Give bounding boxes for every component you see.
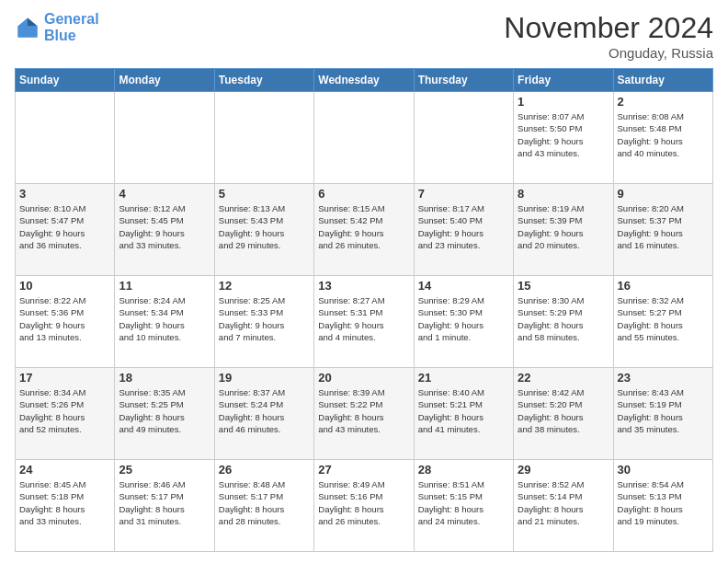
table-row: 11Sunrise: 8:24 AM Sunset: 5:34 PM Dayli…: [115, 276, 214, 368]
day-info: Sunrise: 8:30 AM Sunset: 5:29 PM Dayligh…: [518, 294, 609, 343]
week-row-1: 1Sunrise: 8:07 AM Sunset: 5:50 PM Daylig…: [16, 92, 713, 184]
table-row: 14Sunrise: 8:29 AM Sunset: 5:30 PM Dayli…: [414, 276, 513, 368]
day-number: 6: [318, 187, 409, 201]
table-row: 23Sunrise: 8:43 AM Sunset: 5:19 PM Dayli…: [613, 368, 712, 460]
table-row: [414, 92, 513, 184]
table-row: 27Sunrise: 8:49 AM Sunset: 5:16 PM Dayli…: [314, 460, 414, 552]
day-number: 14: [418, 279, 509, 293]
day-number: 27: [318, 463, 409, 477]
day-info: Sunrise: 8:19 AM Sunset: 5:39 PM Dayligh…: [518, 202, 609, 251]
logo-text: General Blue: [44, 11, 99, 43]
day-info: Sunrise: 8:10 AM Sunset: 5:47 PM Dayligh…: [19, 202, 110, 251]
day-number: 8: [518, 187, 609, 201]
table-row: [314, 92, 414, 184]
title-area: November 2024 Onguday, Russia: [504, 11, 713, 61]
table-row: 24Sunrise: 8:45 AM Sunset: 5:18 PM Dayli…: [16, 460, 115, 552]
table-row: 4Sunrise: 8:12 AM Sunset: 5:45 PM Daylig…: [115, 184, 214, 276]
table-row: 30Sunrise: 8:54 AM Sunset: 5:13 PM Dayli…: [613, 460, 712, 552]
day-info: Sunrise: 8:43 AM Sunset: 5:19 PM Dayligh…: [618, 386, 709, 435]
table-row: [16, 92, 115, 184]
day-number: 2: [618, 95, 709, 109]
day-info: Sunrise: 8:52 AM Sunset: 5:14 PM Dayligh…: [518, 478, 609, 527]
day-number: 13: [318, 279, 409, 293]
table-row: [214, 92, 313, 184]
table-row: 6Sunrise: 8:15 AM Sunset: 5:42 PM Daylig…: [314, 184, 414, 276]
day-number: 28: [418, 463, 509, 477]
day-number: 22: [518, 371, 609, 385]
table-row: 20Sunrise: 8:39 AM Sunset: 5:22 PM Dayli…: [314, 368, 414, 460]
col-wednesday: Wednesday: [314, 69, 414, 92]
day-number: 9: [618, 187, 709, 201]
table-row: 21Sunrise: 8:40 AM Sunset: 5:21 PM Dayli…: [414, 368, 513, 460]
table-row: 2Sunrise: 8:08 AM Sunset: 5:48 PM Daylig…: [613, 92, 712, 184]
day-info: Sunrise: 8:46 AM Sunset: 5:17 PM Dayligh…: [119, 478, 210, 527]
month-title: November 2024: [504, 11, 713, 45]
col-friday: Friday: [514, 69, 613, 92]
day-info: Sunrise: 8:35 AM Sunset: 5:25 PM Dayligh…: [119, 386, 210, 435]
day-number: 26: [219, 463, 310, 477]
table-row: 28Sunrise: 8:51 AM Sunset: 5:15 PM Dayli…: [414, 460, 513, 552]
day-info: Sunrise: 8:07 AM Sunset: 5:50 PM Dayligh…: [518, 110, 609, 159]
day-info: Sunrise: 8:32 AM Sunset: 5:27 PM Dayligh…: [618, 294, 709, 343]
day-number: 1: [518, 95, 609, 109]
day-info: Sunrise: 8:42 AM Sunset: 5:20 PM Dayligh…: [518, 386, 609, 435]
day-number: 29: [518, 463, 609, 477]
col-tuesday: Tuesday: [214, 69, 313, 92]
table-row: 15Sunrise: 8:30 AM Sunset: 5:29 PM Dayli…: [514, 276, 613, 368]
day-info: Sunrise: 8:22 AM Sunset: 5:36 PM Dayligh…: [19, 294, 110, 343]
day-info: Sunrise: 8:08 AM Sunset: 5:48 PM Dayligh…: [618, 110, 709, 159]
day-info: Sunrise: 8:48 AM Sunset: 5:17 PM Dayligh…: [219, 478, 310, 527]
table-row: [115, 92, 214, 184]
day-info: Sunrise: 8:40 AM Sunset: 5:21 PM Dayligh…: [418, 386, 509, 435]
table-row: 13Sunrise: 8:27 AM Sunset: 5:31 PM Dayli…: [314, 276, 414, 368]
calendar-header-row: Sunday Monday Tuesday Wednesday Thursday…: [16, 69, 713, 92]
day-info: Sunrise: 8:15 AM Sunset: 5:42 PM Dayligh…: [318, 202, 409, 251]
week-row-4: 17Sunrise: 8:34 AM Sunset: 5:26 PM Dayli…: [16, 368, 713, 460]
table-row: 8Sunrise: 8:19 AM Sunset: 5:39 PM Daylig…: [514, 184, 613, 276]
day-number: 19: [219, 371, 310, 385]
logo: General Blue: [15, 11, 99, 43]
svg-rect-2: [18, 26, 38, 37]
day-number: 16: [618, 279, 709, 293]
day-info: Sunrise: 8:12 AM Sunset: 5:45 PM Dayligh…: [119, 202, 210, 251]
col-saturday: Saturday: [613, 69, 712, 92]
logo-icon: [15, 15, 40, 40]
week-row-5: 24Sunrise: 8:45 AM Sunset: 5:18 PM Dayli…: [16, 460, 713, 552]
table-row: 29Sunrise: 8:52 AM Sunset: 5:14 PM Dayli…: [514, 460, 613, 552]
day-number: 15: [518, 279, 609, 293]
table-row: 18Sunrise: 8:35 AM Sunset: 5:25 PM Dayli…: [115, 368, 214, 460]
day-number: 23: [618, 371, 709, 385]
table-row: 25Sunrise: 8:46 AM Sunset: 5:17 PM Dayli…: [115, 460, 214, 552]
day-number: 20: [318, 371, 409, 385]
table-row: 7Sunrise: 8:17 AM Sunset: 5:40 PM Daylig…: [414, 184, 513, 276]
logo-line2: Blue: [44, 28, 76, 43]
table-row: 26Sunrise: 8:48 AM Sunset: 5:17 PM Dayli…: [214, 460, 313, 552]
day-info: Sunrise: 8:54 AM Sunset: 5:13 PM Dayligh…: [618, 478, 709, 527]
col-monday: Monday: [115, 69, 214, 92]
day-info: Sunrise: 8:29 AM Sunset: 5:30 PM Dayligh…: [418, 294, 509, 343]
table-row: 3Sunrise: 8:10 AM Sunset: 5:47 PM Daylig…: [16, 184, 115, 276]
col-thursday: Thursday: [414, 69, 513, 92]
day-info: Sunrise: 8:25 AM Sunset: 5:33 PM Dayligh…: [219, 294, 310, 343]
day-info: Sunrise: 8:49 AM Sunset: 5:16 PM Dayligh…: [318, 478, 409, 527]
day-info: Sunrise: 8:20 AM Sunset: 5:37 PM Dayligh…: [618, 202, 709, 251]
week-row-2: 3Sunrise: 8:10 AM Sunset: 5:47 PM Daylig…: [16, 184, 713, 276]
table-row: 22Sunrise: 8:42 AM Sunset: 5:20 PM Dayli…: [514, 368, 613, 460]
day-info: Sunrise: 8:34 AM Sunset: 5:26 PM Dayligh…: [19, 386, 110, 435]
table-row: 16Sunrise: 8:32 AM Sunset: 5:27 PM Dayli…: [613, 276, 712, 368]
day-number: 18: [119, 371, 210, 385]
day-number: 17: [19, 371, 110, 385]
day-info: Sunrise: 8:37 AM Sunset: 5:24 PM Dayligh…: [219, 386, 310, 435]
day-info: Sunrise: 8:27 AM Sunset: 5:31 PM Dayligh…: [318, 294, 409, 343]
table-row: 1Sunrise: 8:07 AM Sunset: 5:50 PM Daylig…: [514, 92, 613, 184]
day-number: 10: [19, 279, 110, 293]
day-number: 25: [119, 463, 210, 477]
day-info: Sunrise: 8:17 AM Sunset: 5:40 PM Dayligh…: [418, 202, 509, 251]
day-info: Sunrise: 8:45 AM Sunset: 5:18 PM Dayligh…: [19, 478, 110, 527]
day-number: 24: [19, 463, 110, 477]
day-info: Sunrise: 8:13 AM Sunset: 5:43 PM Dayligh…: [219, 202, 310, 251]
location-subtitle: Onguday, Russia: [504, 45, 713, 61]
table-row: 9Sunrise: 8:20 AM Sunset: 5:37 PM Daylig…: [613, 184, 712, 276]
table-row: 12Sunrise: 8:25 AM Sunset: 5:33 PM Dayli…: [214, 276, 313, 368]
header: General Blue November 2024 Onguday, Russ…: [15, 11, 713, 61]
